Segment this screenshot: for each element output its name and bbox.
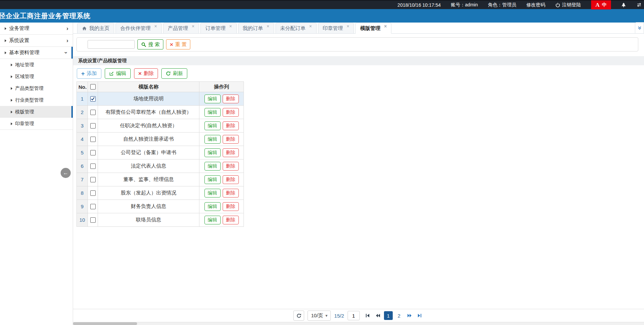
close-icon[interactable]: × (267, 24, 269, 29)
row-edit-button[interactable]: 编辑 (204, 108, 221, 117)
close-icon[interactable]: × (192, 24, 194, 29)
tab-label: 产品管理 (168, 25, 188, 32)
row-edit-button[interactable]: 编辑 (204, 121, 221, 130)
row-edit-button[interactable]: 编辑 (204, 135, 221, 144)
row-delete-button[interactable]: 删除 (223, 189, 239, 197)
close-icon[interactable]: × (347, 24, 349, 29)
row-checkbox[interactable] (90, 217, 96, 223)
sidebar-item-label: 行业类型管理 (15, 97, 43, 103)
close-icon[interactable]: × (154, 24, 157, 29)
column-no: No. (77, 82, 88, 92)
page-size-select[interactable]: 10/页 ▾ (308, 311, 331, 321)
row-delete-button[interactable]: 删除 (223, 148, 239, 157)
tab-my-orders[interactable]: 我的订单× (238, 23, 274, 34)
refresh-button[interactable]: 刷新 (161, 68, 187, 79)
sidebar-item-region-mgmt[interactable]: 区域管理 (0, 71, 73, 82)
row-checkbox-cell (88, 186, 98, 200)
row-delete-button[interactable]: 删除 (223, 135, 239, 144)
sidebar-item-system-settings[interactable]: 系统设置› (0, 35, 73, 46)
tab-template-mgmt[interactable]: 模版管理× (355, 23, 391, 34)
sidebar-item-address-mgmt[interactable]: 地址管理 (0, 59, 73, 71)
row-checkbox[interactable] (90, 123, 96, 129)
first-page-button[interactable] (364, 311, 372, 320)
sidebar-collapse-button[interactable]: ← (61, 168, 71, 178)
language-badge[interactable]: A 中 (591, 0, 611, 9)
role-label: 角色：管理员 (488, 2, 516, 8)
row-checkbox[interactable] (90, 110, 96, 115)
edit-button[interactable]: 编辑 (105, 68, 131, 79)
swap-icon[interactable] (636, 2, 642, 7)
search-button[interactable]: 搜 索 (137, 39, 163, 49)
divider (0, 130, 73, 130)
row-edit-button[interactable]: 编辑 (204, 148, 221, 157)
row-delete-button[interactable]: 删除 (223, 121, 239, 130)
row-checkbox[interactable] (90, 177, 96, 182)
tab-label: 模版管理 (360, 25, 380, 32)
theme-tree-icon[interactable] (621, 2, 626, 8)
tab-seal-mgmt[interactable]: 印章管理× (318, 23, 354, 34)
last-page-button[interactable] (416, 311, 424, 320)
caret-down-icon: ▾ (325, 313, 327, 318)
tab-overflow-button[interactable] (635, 22, 644, 34)
row-edit-button[interactable]: 编辑 (204, 202, 221, 211)
sidebar-item-industry-type-mgmt[interactable]: 行业类型管理 (0, 94, 73, 106)
tab-product-mgmt[interactable]: 产品管理× (163, 23, 199, 34)
tab-home[interactable]: 我的主页 (77, 23, 114, 34)
tab-unassigned-orders[interactable]: 未分配订单× (276, 23, 317, 34)
prev-page-button[interactable] (374, 311, 382, 320)
row-delete-button[interactable]: 删除 (223, 95, 239, 103)
page-number-input[interactable] (348, 311, 360, 320)
row-checkbox[interactable] (90, 96, 96, 102)
page-button-2[interactable]: 2 (395, 311, 404, 320)
row-delete-button[interactable]: 删除 (223, 202, 239, 211)
row-checkbox[interactable] (90, 137, 96, 142)
sidebar-item-business-mgmt[interactable]: 业务管理› (0, 23, 73, 34)
row-delete-button[interactable]: 删除 (223, 162, 239, 171)
row-delete-button[interactable]: 删除 (223, 216, 239, 224)
row-checkbox[interactable] (90, 164, 96, 169)
close-icon[interactable]: × (384, 24, 387, 29)
logout-link[interactable]: 注销登陆 (555, 2, 581, 8)
delete-button[interactable]: × 删除 (134, 68, 158, 79)
triangle-marker-icon (11, 64, 12, 66)
pager-refresh-button[interactable] (293, 311, 304, 321)
tab-partner-mgmt[interactable]: 合作伙伴管理× (116, 23, 162, 34)
chevron-down-icon: › (64, 52, 69, 54)
row-edit-button[interactable]: 编辑 (204, 162, 221, 171)
row-edit-button[interactable]: 编辑 (204, 216, 221, 224)
row-edit-button[interactable]: 编辑 (204, 95, 221, 103)
sidebar-item-template-mgmt[interactable]: 模版管理 (0, 106, 73, 118)
sidebar-item-basic-data-mgmt[interactable]: 基本资料管理› (0, 47, 73, 59)
row-checkbox-cell (88, 213, 98, 227)
last-page-icon (417, 313, 422, 318)
close-icon[interactable]: × (309, 24, 312, 29)
close-icon[interactable]: × (229, 24, 232, 29)
row-checkbox[interactable] (90, 190, 96, 196)
scrollbar-thumb[interactable] (73, 322, 137, 325)
triangle-marker-icon (11, 87, 12, 90)
row-checkbox[interactable] (90, 150, 96, 155)
back-arrow-icon: ← (63, 170, 68, 176)
next-page-button[interactable] (406, 311, 414, 320)
row-checkbox[interactable] (90, 204, 96, 209)
topbar: 2018/10/16 10:17:54 账号：admin 角色：管理员 修改密码… (0, 0, 644, 9)
row-delete-button[interactable]: 删除 (223, 108, 239, 117)
select-all-checkbox[interactable] (90, 84, 96, 89)
row-edit-button[interactable]: 编辑 (204, 189, 221, 197)
row-delete-button[interactable]: 删除 (223, 175, 239, 184)
sidebar-item-seal-mgmt[interactable]: 印章管理 (0, 118, 73, 130)
tab-order-mgmt[interactable]: 订单管理× (200, 23, 236, 34)
add-button[interactable]: + 添加 (77, 68, 101, 79)
row-operations-cell: 编辑删除 (199, 92, 244, 106)
change-password-link[interactable]: 修改密码 (526, 2, 545, 8)
table-row: 3任职决定书(自然人独资）编辑删除 (77, 119, 244, 133)
row-operations-cell: 编辑删除 (199, 146, 244, 159)
reset-button[interactable]: × 重 置 (166, 39, 190, 49)
search-input[interactable] (88, 40, 135, 49)
sidebar-item-product-type-mgmt[interactable]: 产品类型管理 (0, 82, 73, 94)
page-button-1[interactable]: 1 (384, 311, 393, 320)
horizontal-scrollbar[interactable] (73, 322, 644, 325)
row-edit-button[interactable]: 编辑 (204, 175, 221, 184)
row-number: 6 (77, 159, 88, 173)
sidebar-item-label: 基本资料管理 (9, 49, 39, 56)
